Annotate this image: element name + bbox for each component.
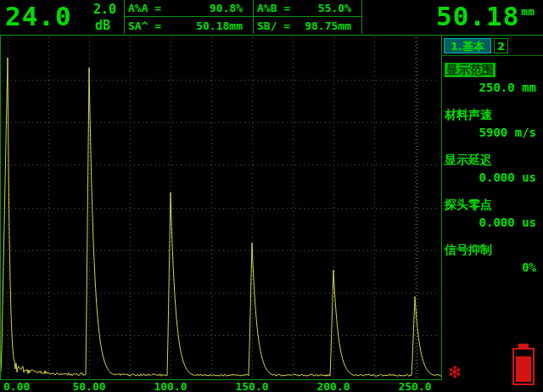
measurement-label: SA^ = [128, 20, 161, 32]
measurement-value: 90.8% [210, 2, 243, 14]
x-axis-tick: 250.0 [398, 380, 431, 392]
x-axis-tick: 50.00 [72, 380, 105, 392]
menu-item-display-delay[interactable]: 显示延迟 0.000 us [442, 146, 543, 191]
menu-item-display-range[interactable]: 显示范围 250.0 mm [442, 56, 543, 101]
waveform-svg [1, 36, 441, 379]
battery-cap [518, 344, 529, 348]
menu-tabs: 1.基本 2 [442, 36, 543, 56]
menu-item-value: 250.0 mm [445, 81, 540, 94]
menu-item-label: 材料声速 [445, 108, 492, 122]
menu-item-reject[interactable]: 信号抑制 0% [442, 236, 543, 281]
x-axis-tick: 200.0 [316, 380, 350, 392]
measurement-label: A%B = [257, 2, 290, 14]
menu-item-value: 0% [445, 260, 540, 274]
waveform-trace [1, 58, 441, 377]
measurement-label: A%A = [128, 2, 161, 14]
depth-reading-value: 50.18 [436, 1, 519, 31]
measurement-value: 55.0% [318, 2, 351, 14]
tab-page-2[interactable]: 2 [494, 38, 508, 53]
x-axis-tick: 100.0 [154, 380, 187, 392]
x-axis: 0.0050.00100.0150.0200.0250.0 [0, 380, 442, 392]
gain-unit-label: dB [95, 18, 110, 33]
measurement-label: SB/ = [257, 20, 290, 32]
depth-reading-unit: mm [521, 5, 535, 18]
menu-item-value: 5900 m/s [445, 126, 540, 139]
measurement-cell-sb: SB/ = 98.75mm [254, 17, 362, 34]
measurement-value: 98.75mm [305, 20, 351, 32]
depth-reading: 50.18 mm [436, 1, 535, 31]
sidebar-menu: 1.基本 2 显示范围 250.0 mm 材料声速 5900 m/s 显示延迟 … [442, 35, 543, 392]
gain-step-value: 2.0 [93, 2, 116, 17]
measurement-value: 50.18mm [196, 20, 243, 32]
gain-value: 24.0 [5, 1, 72, 31]
x-axis-tick: 150.0 [235, 380, 268, 392]
menu-item-material-velocity[interactable]: 材料声速 5900 m/s [442, 101, 543, 146]
a-scan-display [0, 35, 442, 380]
menu-item-label: 探头零点 [445, 198, 492, 212]
battery-icon [512, 348, 535, 385]
freeze-icon: ❄ [447, 364, 462, 382]
menu-item-label: 显示范围 [445, 63, 495, 77]
battery-fill [516, 356, 531, 382]
menu-item-value: 0.000 us [445, 171, 540, 184]
menu-item-probe-zero[interactable]: 探头零点 0.000 us [442, 191, 543, 236]
menu-item-label: 信号抑制 [445, 243, 492, 257]
measurement-cell-sa: SA^ = 50.18mm [125, 17, 254, 34]
menu-item-value: 0.000 us [445, 216, 540, 229]
tab-basic[interactable]: 1.基本 [444, 38, 491, 53]
measurement-cell-apa: A%A = 90.8% [125, 0, 254, 17]
top-status-bar: 24.0 2.0 dB A%A = 90.8% A%B = 55.0% SA^ … [0, 0, 543, 35]
menu-item-label: 显示延迟 [445, 153, 492, 167]
measurement-table: A%A = 90.8% A%B = 55.0% SA^ = 50.18mm SB… [124, 0, 361, 34]
x-axis-tick: 0.00 [3, 380, 30, 392]
measurement-cell-apb: A%B = 55.0% [254, 0, 362, 17]
